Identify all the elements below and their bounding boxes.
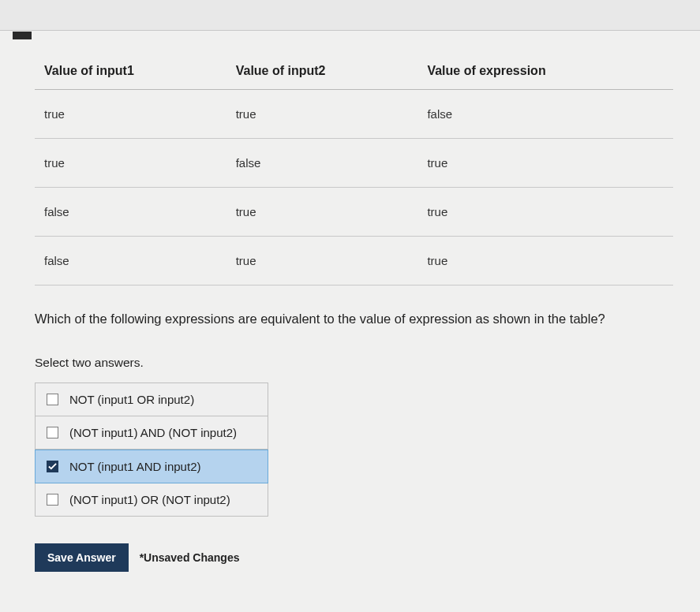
option-label: NOT (input1 AND input2) bbox=[69, 460, 200, 473]
save-answer-button[interactable]: Save Answer bbox=[35, 543, 129, 572]
checkbox-icon bbox=[47, 461, 58, 472]
option-label: (NOT input1) OR (NOT input2) bbox=[69, 493, 230, 506]
table-header-row: Value of input1 Value of input2 Value of… bbox=[35, 53, 673, 90]
page-fragment-top bbox=[13, 32, 32, 39]
options-group: NOT (input1 OR input2) (NOT input1) AND … bbox=[35, 382, 268, 517]
table-cell: true bbox=[35, 139, 226, 188]
table-cell: true bbox=[417, 139, 673, 188]
table-row: false true true bbox=[35, 188, 673, 237]
table-cell: true bbox=[226, 90, 418, 139]
unsaved-changes-label: *Unsaved Changes bbox=[140, 551, 240, 564]
question-text: Which of the following expressions are e… bbox=[35, 309, 673, 329]
footer-bar: Save Answer *Unsaved Changes bbox=[35, 543, 673, 572]
content-area: Value of input1 Value of input2 Value of… bbox=[0, 31, 700, 588]
table-cell: true bbox=[35, 90, 226, 139]
table-row: true false true bbox=[35, 139, 673, 188]
table-cell: true bbox=[417, 237, 673, 285]
table-cell: true bbox=[417, 188, 673, 237]
question-page: Value of input1 Value of input2 Value of… bbox=[0, 30, 700, 612]
checkbox-icon bbox=[47, 394, 58, 405]
table-header-input1: Value of input1 bbox=[35, 53, 226, 90]
table-cell: true bbox=[226, 188, 418, 237]
table-cell: false bbox=[35, 237, 226, 285]
checkbox-icon bbox=[47, 427, 58, 438]
table-cell: false bbox=[417, 90, 673, 139]
option-c[interactable]: NOT (input1 AND input2) bbox=[35, 450, 268, 483]
option-label: NOT (input1 OR input2) bbox=[69, 393, 194, 406]
table-cell: false bbox=[226, 139, 418, 188]
table-header-input2: Value of input2 bbox=[226, 53, 418, 90]
table-cell: false bbox=[35, 188, 226, 237]
truth-table: Value of input1 Value of input2 Value of… bbox=[35, 53, 673, 285]
table-header-expression: Value of expression bbox=[417, 53, 673, 90]
table-row: false true true bbox=[35, 237, 673, 285]
instruction-text: Select two answers. bbox=[35, 356, 673, 370]
checkbox-icon bbox=[47, 494, 58, 506]
option-label: (NOT input1) AND (NOT input2) bbox=[69, 426, 237, 439]
table-cell: true bbox=[226, 237, 418, 285]
option-d[interactable]: (NOT input1) OR (NOT input2) bbox=[35, 483, 268, 517]
option-a[interactable]: NOT (input1 OR input2) bbox=[35, 382, 268, 416]
table-row: true true false bbox=[35, 90, 673, 139]
option-b[interactable]: (NOT input1) AND (NOT input2) bbox=[35, 416, 268, 450]
